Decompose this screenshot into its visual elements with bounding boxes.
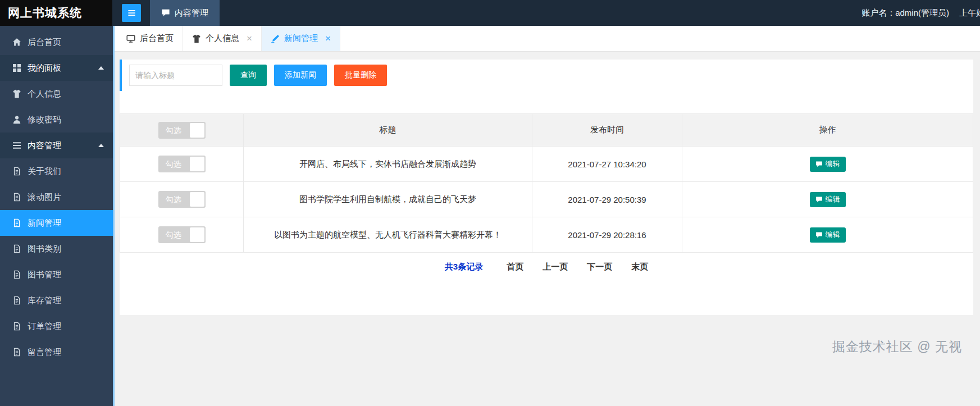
doc-icon [12, 270, 21, 279]
search-input[interactable] [129, 65, 222, 86]
chevron-up-icon [98, 66, 104, 70]
sidebar-item-label: 图书管理 [28, 270, 61, 280]
switch-knob [190, 192, 204, 207]
sidebar-item-change-password[interactable]: 修改密码 [0, 107, 113, 133]
close-icon[interactable]: × [247, 34, 252, 43]
tab-label: 新闻管理 [284, 33, 318, 44]
row-select-cell: 勾选 [120, 147, 244, 182]
pagination-next[interactable]: 下一页 [587, 262, 612, 272]
sidebar-item-label: 库存管理 [28, 295, 61, 306]
row-select-switch[interactable]: 勾选 [158, 226, 206, 243]
doc-icon [12, 296, 21, 305]
sidebar-item-label: 后台首页 [28, 37, 61, 48]
pagination: 共3条记录 首页 上一页 下一页 末页 [120, 253, 973, 272]
row-select-cell: 勾选 [120, 217, 244, 253]
table-row: 勾选 开网店、布局线下，实体书店融合发展渐成趋势 2021-07-27 10:3… [120, 147, 973, 182]
sidebar-item-label: 内容管理 [28, 140, 61, 151]
switch-label: 勾选 [166, 122, 181, 139]
news-title: 开网店、布局线下，实体书店融合发展渐成趋势 [244, 147, 532, 182]
row-select-switch[interactable]: 勾选 [158, 191, 206, 208]
sidebar-item-order-management[interactable]: 订单管理 [0, 313, 113, 339]
sidebar-item-scrolling-images[interactable]: 滚动图片 [0, 184, 113, 210]
query-button[interactable]: 查询 [230, 65, 267, 86]
toolbar: 查询 添加新闻 批量删除 [120, 60, 973, 91]
table-row: 勾选 图书学院学生利用自制航模，成就自己的飞天梦 2021-07-29 20:5… [120, 182, 973, 217]
edit-button-label: 编辑 [826, 159, 840, 169]
chat-icon [815, 161, 823, 168]
chat-icon [815, 196, 823, 203]
pagination-prev[interactable]: 上一页 [543, 262, 568, 272]
sidebar-item-message-management[interactable]: 留言管理 [0, 339, 113, 365]
monitor-icon [126, 34, 135, 43]
greeting-text: 上午好 [959, 8, 980, 19]
row-select-switch[interactable]: 勾选 [158, 156, 206, 172]
switch-knob [190, 123, 204, 138]
pagination-last[interactable]: 末页 [631, 262, 648, 272]
menu-toggle-button[interactable] [122, 4, 141, 22]
account-info: 账户名：admin(管理员) 上午好 [862, 8, 980, 19]
edit-button-label: 编辑 [826, 194, 840, 204]
pagination-first[interactable]: 首页 [507, 262, 523, 272]
publish-time: 2021-07-29 20:50:39 [532, 182, 682, 217]
batch-delete-button[interactable]: 批量删除 [334, 65, 387, 86]
actions-cell: 编辑 [682, 217, 973, 253]
sidebar-item-book-category[interactable]: 图书类别 [0, 236, 113, 262]
sidebar-item-news-management[interactable]: 新闻管理 [0, 210, 113, 236]
main-layout: 后台首页 我的面板 个人信息 修改密码 内容管理 [0, 26, 980, 406]
user-icon [12, 115, 21, 124]
topbar: 网上书城系统 内容管理 账户名：admin(管理员) 上午好 [0, 0, 980, 26]
sidebar-item-home[interactable]: 后台首页 [0, 29, 113, 55]
news-panel: 查询 添加新闻 批量删除 勾选 标题 发布时间 [120, 60, 973, 315]
actions-cell: 编辑 [682, 147, 973, 182]
app-title: 网上书城系统 [0, 0, 112, 26]
publish-time: 2021-07-29 20:28:16 [532, 217, 682, 253]
edit-button[interactable]: 编辑 [810, 192, 846, 207]
sidebar-item-profile[interactable]: 个人信息 [0, 81, 113, 107]
record-count: 共3条记录 [445, 262, 483, 272]
topnav-item-content-management[interactable]: 内容管理 [150, 0, 220, 26]
column-header-title: 标题 [244, 114, 532, 147]
tab-news-management[interactable]: 新闻管理 × [262, 26, 340, 51]
sidebar-item-stock-management[interactable]: 库存管理 [0, 288, 113, 313]
account-name: 账户名：admin(管理员) [862, 8, 949, 19]
sidebar-item-label: 留言管理 [28, 347, 61, 358]
switch-knob [190, 157, 204, 171]
sidebar-item-label: 新闻管理 [28, 218, 61, 229]
edit-button-label: 编辑 [826, 230, 840, 240]
edit-button[interactable]: 编辑 [810, 227, 846, 243]
column-header-actions: 操作 [682, 114, 973, 147]
news-title: 以图书为主题的航空模型、无人机飞行器科普大赛精彩开幕！ [244, 217, 532, 253]
sidebar-item-book-management[interactable]: 图书管理 [0, 262, 113, 288]
table-header-row: 勾选 标题 发布时间 操作 [120, 114, 973, 147]
menu-icon [127, 9, 136, 17]
tab-profile[interactable]: 个人信息 × [183, 26, 262, 51]
tab-bar: 后台首页 个人信息 × 新闻管理 × [115, 26, 980, 52]
select-all-switch[interactable]: 勾选 [158, 122, 206, 139]
chat-icon [815, 231, 823, 239]
home-icon [12, 38, 21, 47]
sidebar-item-my-panel[interactable]: 我的面板 [0, 55, 113, 81]
news-title: 图书学院学生利用自制航模，成就自己的飞天梦 [244, 182, 532, 217]
switch-label: 勾选 [166, 191, 181, 208]
doc-icon [12, 244, 21, 253]
doc-icon [12, 322, 21, 331]
tab-home[interactable]: 后台首页 [117, 26, 183, 51]
edit-button[interactable]: 编辑 [810, 157, 846, 172]
sidebar-item-about-us[interactable]: 关于我们 [0, 158, 113, 184]
content-area: 后台首页 个人信息 × 新闻管理 × 查询 添加新闻 [115, 26, 980, 406]
tab-label: 后台首页 [140, 33, 174, 44]
top-navigation: 内容管理 账户名：admin(管理员) 上午好 [112, 0, 980, 26]
select-all-cell: 勾选 [120, 114, 244, 147]
close-icon[interactable]: × [325, 34, 331, 43]
table-row: 勾选 以图书为主题的航空模型、无人机飞行器科普大赛精彩开幕！ 2021-07-2… [120, 217, 973, 253]
shirt-icon [12, 89, 21, 98]
publish-time: 2021-07-27 10:34:20 [532, 147, 682, 182]
row-select-cell: 勾选 [120, 182, 244, 217]
actions-cell: 编辑 [682, 182, 973, 217]
add-news-button[interactable]: 添加新闻 [274, 65, 327, 86]
sidebar-item-label: 修改密码 [28, 115, 61, 125]
news-icon [271, 34, 280, 43]
sidebar-item-content-management[interactable]: 内容管理 [0, 133, 113, 158]
sidebar-item-label: 个人信息 [28, 89, 61, 99]
sidebar-item-label: 图书类别 [28, 244, 61, 254]
